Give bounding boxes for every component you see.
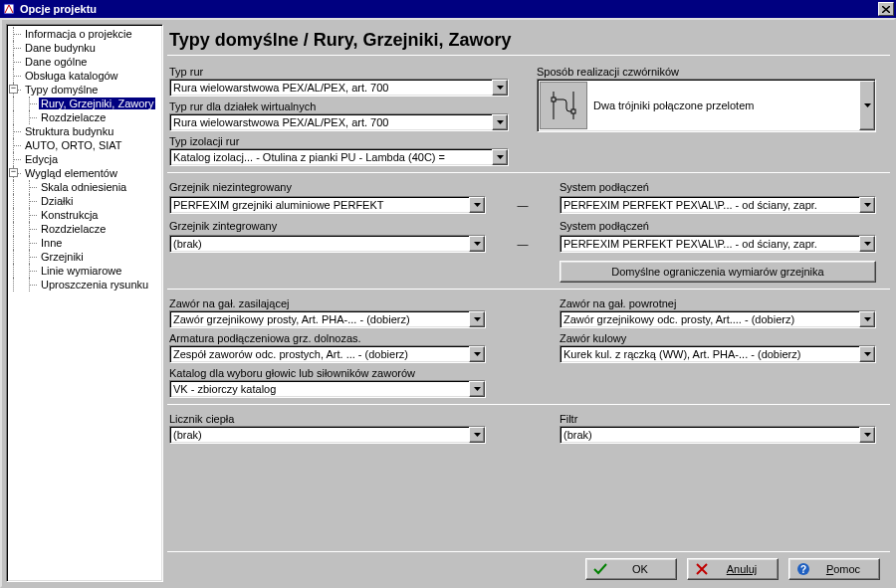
tree-item[interactable]: Konstrukcja bbox=[7, 208, 162, 222]
tree-item[interactable]: Informacja o projekcie bbox=[7, 27, 162, 41]
chevron-down-icon[interactable] bbox=[469, 197, 485, 213]
check-icon bbox=[592, 561, 608, 577]
tree-item[interactable]: Obsługa katalogów bbox=[7, 69, 162, 83]
combo-filter[interactable]: (brak) bbox=[560, 426, 876, 444]
combo-valve-supply[interactable]: Zawór grzejnikowy prosty, Art. PHA-... -… bbox=[169, 310, 486, 328]
tree-item[interactable]: Rozdzielacze bbox=[7, 222, 162, 236]
close-button[interactable] bbox=[878, 2, 894, 16]
svg-rect-1 bbox=[552, 98, 556, 101]
combo-valve-ball[interactable]: Kurek kul. z rączką (WW), Art. PHA-... -… bbox=[560, 345, 876, 363]
help-button[interactable]: ? Pomoc bbox=[788, 558, 880, 580]
tree-item[interactable]: Rozdzielacze bbox=[7, 110, 162, 124]
chevron-down-icon[interactable] bbox=[469, 236, 485, 252]
tree-item-label: Edycja bbox=[23, 153, 60, 165]
chevron-down-icon[interactable] bbox=[859, 236, 875, 252]
tree-item-label: Grzejniki bbox=[39, 251, 86, 263]
svg-rect-2 bbox=[571, 109, 575, 113]
label-pipe-type: Typ rur bbox=[169, 66, 509, 78]
tree-item[interactable]: Typy domyślne bbox=[7, 83, 162, 97]
chevron-down-icon[interactable] bbox=[469, 427, 485, 443]
chevron-down-icon[interactable] bbox=[469, 346, 485, 362]
tree-item[interactable]: Dane budynku bbox=[7, 41, 162, 55]
tree-item-label: Inne bbox=[39, 237, 64, 249]
chevron-down-icon[interactable] bbox=[859, 346, 875, 362]
chevron-down-icon[interactable] bbox=[492, 114, 508, 130]
tree-toggle-icon[interactable] bbox=[9, 168, 18, 177]
label-valve-catalog: Katalog dla wyboru głowic lub siłowników… bbox=[169, 367, 486, 379]
tree-item-label: Działki bbox=[39, 195, 75, 207]
combo-rad-int[interactable]: (brak) bbox=[169, 235, 486, 253]
tree-item[interactable]: Rury, Grzejniki, Zawory bbox=[7, 97, 162, 110]
combo-valve-fittings[interactable]: Zespół zaworów odc. prostych, Art. ... -… bbox=[169, 345, 486, 363]
tree-item[interactable]: Dane ogólne bbox=[7, 55, 162, 69]
label-filter: Filtr bbox=[560, 413, 876, 425]
label-valve-return: Zawór na gał. powrotnej bbox=[560, 297, 876, 309]
label-cross: Sposób realizacji czwórników bbox=[537, 66, 876, 78]
ok-button[interactable]: OK bbox=[585, 558, 677, 580]
label-rad-int: Grzejnik zintegrowany bbox=[169, 220, 486, 232]
tree-item-label: Dane ogólne bbox=[23, 56, 89, 68]
tree-item-label: AUTO, ORTO, SIAT bbox=[23, 139, 124, 151]
cancel-button[interactable]: Anuluj bbox=[687, 558, 779, 580]
tree-item-label: Struktura budynku bbox=[23, 125, 115, 137]
combo-pipe-type[interactable]: Rura wielowarstwowa PEX/AL/PEX, art. 700 bbox=[169, 79, 509, 97]
dash-icon: — bbox=[514, 196, 532, 214]
label-pipe-virtual: Typ rur dla działek wirtualnych bbox=[169, 100, 509, 112]
tree-item-label: Dane budynku bbox=[23, 42, 98, 54]
tree-item[interactable]: Skala odniesienia bbox=[7, 180, 162, 194]
tree-item[interactable]: Działki bbox=[7, 194, 162, 208]
tree-item[interactable]: Uproszczenia rysunku bbox=[7, 278, 162, 292]
tree-item-label: Konstrukcja bbox=[39, 209, 100, 221]
chevron-down-icon[interactable] bbox=[492, 149, 508, 165]
tree-item-label: Rozdzielacze bbox=[39, 111, 108, 123]
help-icon: ? bbox=[795, 561, 811, 577]
tree-item-label: Wygląd elementów bbox=[23, 167, 119, 179]
label-rad-nonint-sys: System podłączeń bbox=[560, 181, 876, 193]
divider bbox=[167, 289, 890, 290]
label-rad-nonint: Grzejnik niezintegrowany bbox=[169, 181, 486, 193]
tree-item-label: Informacja o projekcie bbox=[23, 28, 134, 40]
combo-valve-return[interactable]: Zawór grzejnikowy odc. prosty, Art.... -… bbox=[560, 310, 876, 328]
client-area: Informacja o projekcieDane budynkuDane o… bbox=[0, 18, 896, 588]
tree-item[interactable]: Linie wymiarowe bbox=[7, 264, 162, 278]
tree-item-label: Uproszczenia rysunku bbox=[39, 279, 150, 291]
chevron-down-icon[interactable] bbox=[859, 197, 875, 213]
combo-rad-nonint[interactable]: PERFEXIM grzejniki aluminiowe PERFEKT bbox=[169, 196, 486, 214]
dash-icon: — bbox=[514, 235, 532, 253]
chevron-down-icon[interactable] bbox=[469, 311, 485, 327]
label-rad-int-sys: System podłączeń bbox=[560, 220, 876, 232]
window-title: Opcje projektu bbox=[20, 3, 878, 15]
combo-pipe-virtual[interactable]: Rura wielowarstwowa PEX/AL/PEX, art. 700 bbox=[169, 113, 509, 131]
footer: OK Anuluj ? Pomoc bbox=[167, 552, 890, 582]
tree-toggle-icon[interactable] bbox=[9, 85, 18, 94]
combo-cross[interactable]: Dwa trójniki połączone przelotem bbox=[537, 79, 876, 132]
tree-item[interactable]: AUTO, ORTO, SIAT bbox=[7, 138, 162, 152]
tree-item-label: Obsługa katalogów bbox=[23, 70, 120, 82]
navigation-tree[interactable]: Informacja o projekcieDane budynkuDane o… bbox=[6, 24, 163, 582]
combo-pipe-insulation[interactable]: Katalog izolacj... - Otulina z pianki PU… bbox=[169, 148, 509, 166]
label-pipe-insulation: Typ izolacji rur bbox=[169, 135, 509, 147]
chevron-down-icon[interactable] bbox=[859, 427, 875, 443]
chevron-down-icon[interactable] bbox=[469, 381, 485, 397]
chevron-down-icon[interactable] bbox=[859, 311, 875, 327]
combo-heat-meter[interactable]: (brak) bbox=[169, 426, 486, 444]
combo-rad-nonint-sys[interactable]: PERFEXIM PERFEKT PEX\AL\P... - od ściany… bbox=[560, 196, 876, 214]
label-valve-fittings: Armatura podłączeniowa grz. dolnozas. bbox=[169, 332, 486, 344]
combo-rad-int-sys[interactable]: PERFEXIM PERFEKT PEX\AL\P... - od ściany… bbox=[560, 235, 876, 253]
combo-valve-catalog[interactable]: VK - zbiorczy katalog bbox=[169, 380, 486, 398]
tree-item[interactable]: Inne bbox=[7, 236, 162, 250]
tree-item[interactable]: Grzejniki bbox=[7, 250, 162, 264]
tree-item[interactable]: Wygląd elementów bbox=[7, 166, 162, 180]
cross-text: Dwa trójniki połączone przelotem bbox=[589, 99, 859, 111]
tree-item[interactable]: Struktura budynku bbox=[7, 124, 162, 138]
tree-item[interactable]: Edycja bbox=[7, 152, 162, 166]
default-radiator-limits-button[interactable]: Domyślne ograniczenia wymiarów grzejnika bbox=[560, 261, 876, 283]
tree-item-label: Rozdzielacze bbox=[39, 223, 108, 235]
label-valve-ball: Zawór kulowy bbox=[560, 332, 876, 344]
tree-item-label: Linie wymiarowe bbox=[39, 265, 123, 277]
app-icon bbox=[2, 2, 16, 16]
svg-text:?: ? bbox=[800, 564, 806, 575]
form-area: Typ rur Rura wielowarstwowa PEX/AL/PEX, … bbox=[167, 56, 890, 551]
chevron-down-icon[interactable] bbox=[492, 80, 508, 96]
chevron-down-icon[interactable] bbox=[859, 81, 875, 130]
